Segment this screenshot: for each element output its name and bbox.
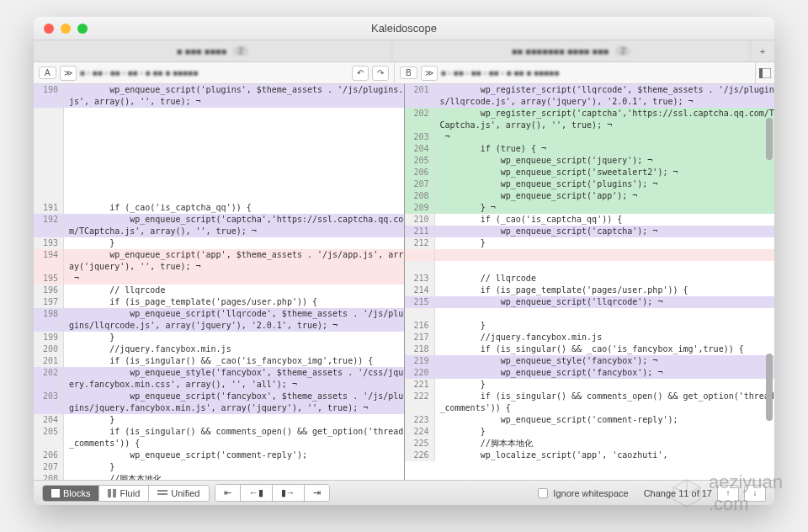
code-row[interactable]: 202 wp_enqueue_style('fancybox', $theme_…: [34, 367, 404, 391]
code-row[interactable]: 200 //jquery.fancybox.min.js: [34, 343, 404, 355]
code-row[interactable]: 224 }: [405, 426, 775, 438]
line-number: 198: [34, 308, 64, 332]
unified-mode-button[interactable]: Unified: [149, 486, 208, 501]
code-row[interactable]: 197 if (is_page_template('pages/user.php…: [34, 296, 404, 308]
code-row[interactable]: [34, 108, 404, 120]
merge-left-button[interactable]: ←▮: [241, 485, 273, 501]
code-row[interactable]: [34, 143, 404, 155]
line-number: [405, 308, 435, 320]
code-text: wp_enqueue_script('fancybox', $theme_ass…: [64, 391, 404, 414]
code-row[interactable]: 209 } ¬: [405, 202, 775, 214]
code-text: wp_enqueue_script('plugins'); ¬: [435, 178, 775, 190]
file-tab-right[interactable]: ■■ ■■■■■■■ ■■■■ ■■■2: [392, 40, 751, 61]
code-row[interactable]: 206 wp_enqueue_script('sweetalert2'); ¬: [405, 167, 775, 178]
code-row[interactable]: 216 }: [405, 320, 775, 332]
merge-right-all-button[interactable]: ⇥: [305, 485, 329, 501]
scroll-thumb[interactable]: [766, 354, 773, 421]
code-row[interactable]: 193 }: [34, 237, 404, 249]
code-row[interactable]: 217 //jquery.fancybox.min.js: [405, 332, 775, 343]
ignore-whitespace-checkbox[interactable]: [538, 488, 548, 498]
code-row[interactable]: 201 if (is_singular() && _cao('is_fancyb…: [34, 355, 404, 367]
code-row[interactable]: [405, 249, 775, 261]
blocks-mode-button[interactable]: Blocks: [43, 486, 99, 501]
code-row[interactable]: [405, 308, 775, 320]
code-row[interactable]: 223 wp_enqueue_script('comment-reply');: [405, 414, 775, 426]
code-row[interactable]: 225 //脚本本地化: [405, 438, 775, 450]
code-row[interactable]: 190 wp_enqueue_script('plugins', $theme_…: [34, 84, 404, 108]
code-row[interactable]: 204 if (true) { ¬: [405, 143, 775, 155]
code-row[interactable]: 192 wp_enqueue_script('captcha','https:/…: [34, 214, 404, 237]
scroll-thumb[interactable]: [766, 118, 773, 160]
line-number: 208: [34, 473, 64, 480]
code-row[interactable]: 201 wp_register_script('llqrcode', $them…: [405, 84, 775, 108]
expand-b-button[interactable]: ≫: [421, 66, 438, 81]
line-number: 197: [34, 296, 64, 308]
code-row[interactable]: 214 if (is_page_template('pages/user.php…: [405, 285, 775, 296]
code-row[interactable]: 204 }: [34, 414, 404, 426]
view-mode-segment: Blocks Fluid Unified: [42, 485, 210, 502]
code-row[interactable]: 196 // llqrcode: [34, 285, 404, 296]
code-row[interactable]: 205 wp_enqueue_script('jquery'); ¬: [405, 155, 775, 167]
code-text: wp_register_script('captcha','https://ss…: [435, 108, 775, 131]
code-row[interactable]: 208 wp_enqueue_script('app'); ¬: [405, 190, 775, 202]
scrollbar[interactable]: [766, 84, 773, 480]
nav-next-a[interactable]: ↷: [372, 66, 389, 81]
merge-left-all-button[interactable]: ⇤: [215, 485, 241, 501]
file-tab-left[interactable]: ■ ■■■ ■■■■2: [34, 40, 392, 61]
code-row[interactable]: 215 wp_enqueue_script('llqrcode'); ¬: [405, 296, 775, 308]
zoom-button[interactable]: [77, 24, 88, 34]
code-row[interactable]: 195 ¬: [34, 273, 404, 285]
code-row[interactable]: 191 if (_cao('is_captcha_qq')) {: [34, 202, 404, 214]
nav-prev-a[interactable]: ↶: [352, 66, 369, 81]
code-row[interactable]: 226 wp_localize_script('app', 'caozhuti'…: [405, 450, 775, 461]
code-row[interactable]: 213 // llqrcode: [405, 273, 775, 285]
code-row[interactable]: [405, 261, 775, 273]
code-row[interactable]: 219 wp_enqueue_style('fancybox'); ¬: [405, 355, 775, 367]
code-text: wp_enqueue_script('jquery'); ¬: [435, 155, 775, 167]
merge-right-button[interactable]: ▮→: [273, 485, 305, 501]
sidebar-toggle[interactable]: [756, 62, 774, 83]
code-row[interactable]: [34, 155, 404, 167]
code-row[interactable]: 218 if (is_singular() && _cao('is_fancyb…: [405, 343, 775, 355]
code-row[interactable]: 208 //脚本本地化: [34, 473, 404, 480]
code-text: [64, 108, 404, 120]
code-row[interactable]: [34, 167, 404, 178]
line-number: 217: [405, 332, 435, 343]
code-row[interactable]: 203 ¬: [405, 131, 775, 143]
code-row[interactable]: 207 wp_enqueue_script('plugins'); ¬: [405, 178, 775, 190]
code-row[interactable]: 206 wp_enqueue_script('comment-reply');: [34, 450, 404, 461]
code-text: }: [435, 426, 775, 438]
code-row[interactable]: 220 wp_enqueue_script('fancybox'); ¬: [405, 367, 775, 379]
new-tab-button[interactable]: +: [751, 40, 774, 61]
left-pane[interactable]: 190 wp_enqueue_script('plugins', $theme_…: [34, 84, 405, 480]
code-text: if (is_singular() && comments_open() && …: [435, 391, 775, 414]
code-row[interactable]: 210 if (_cao('is_captcha_qq')) {: [405, 214, 775, 226]
code-row[interactable]: 205 if (is_singular() && comments_open()…: [34, 426, 404, 450]
code-row[interactable]: 203 wp_enqueue_script('fancybox', $theme…: [34, 391, 404, 414]
code-row[interactable]: 202 wp_register_script('captcha','https:…: [405, 108, 775, 131]
code-row[interactable]: 211 wp_enqueue_script('captcha'); ¬: [405, 226, 775, 237]
path-left: A ≫ ■ › ■■ › ■■ › ■■ › ■ ■■ ■ ■■■■■ ↶ ↷: [34, 62, 395, 83]
code-row[interactable]: 222 if (is_singular() && comments_open()…: [405, 391, 775, 414]
close-button[interactable]: [44, 24, 54, 34]
code-row[interactable]: 207 }: [34, 461, 404, 473]
code-row[interactable]: 221 }: [405, 379, 775, 391]
code-text: wp_enqueue_script('llqrcode', $theme_ass…: [64, 308, 404, 332]
line-number: 208: [405, 190, 435, 202]
fluid-mode-button[interactable]: Fluid: [99, 486, 149, 501]
code-row[interactable]: 212 }: [405, 237, 775, 249]
expand-a-button[interactable]: ≫: [60, 66, 77, 81]
code-row[interactable]: [34, 120, 404, 131]
code-row[interactable]: 199 }: [34, 332, 404, 343]
right-pane[interactable]: 201 wp_register_script('llqrcode', $them…: [405, 84, 775, 480]
code-row[interactable]: [34, 131, 404, 143]
code-row[interactable]: 198 wp_enqueue_script('llqrcode', $theme…: [34, 308, 404, 332]
minimize-button[interactable]: [61, 24, 71, 34]
code-text: // llqrcode: [435, 273, 775, 285]
code-row[interactable]: [34, 190, 404, 202]
code-row[interactable]: 194 wp_enqueue_script('app', $theme_asse…: [34, 249, 404, 273]
breadcrumb-b[interactable]: ■ › ■■ › ■■ › ■■ › ■ ■■ ■ ■■■■■: [441, 68, 750, 77]
code-row[interactable]: [34, 178, 404, 190]
code-text: wp_enqueue_style('fancybox'); ¬: [435, 355, 775, 367]
breadcrumb-a[interactable]: ■ › ■■ › ■■ › ■■ › ■ ■■ ■ ■■■■■: [80, 68, 348, 77]
